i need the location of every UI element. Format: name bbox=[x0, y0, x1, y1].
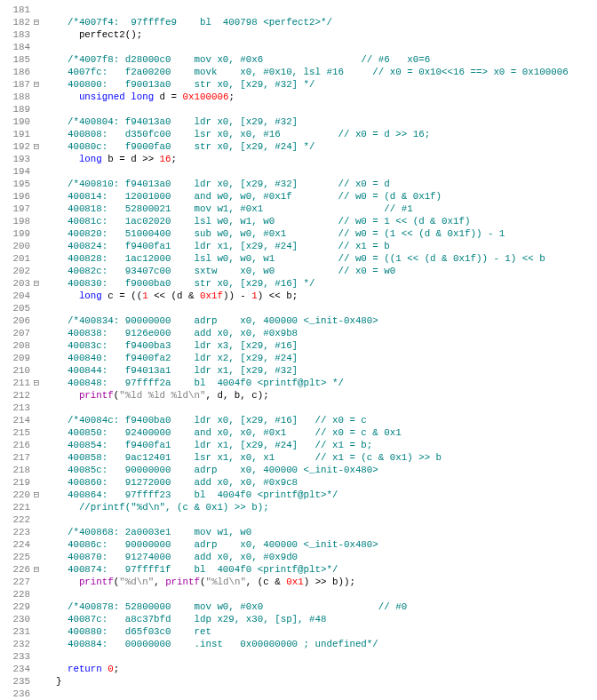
code-text: printf("%d\n", printf("%ld\n", (c & 0x1)… bbox=[43, 576, 597, 588]
line-number: 194 bbox=[0, 165, 30, 178]
line-number: 225 bbox=[0, 551, 30, 563]
code-text: /*4007f8: d28000c0 mov x0, #0x6 // #6 x0… bbox=[43, 53, 597, 66]
code-line[interactable]: 182⊟ /*4007f4: 97ffffe9 bl 400798 <perfe… bbox=[0, 16, 597, 28]
code-line[interactable]: 201 400828: 1ac12000 lsl w0, w0, w1 // w… bbox=[0, 252, 597, 265]
fold-icon bbox=[30, 538, 43, 551]
fold-icon bbox=[30, 601, 43, 613]
fold-icon bbox=[30, 426, 43, 439]
fold-icon bbox=[30, 513, 43, 526]
code-line[interactable]: 192⊟ 40080c: f9000fa0 str x0, [x29, #24]… bbox=[0, 140, 597, 153]
code-line[interactable]: 215 400850: 92400000 and x0, x0, #0x1 //… bbox=[0, 426, 597, 439]
code-line[interactable]: 183 perfect2(); bbox=[0, 28, 597, 41]
fold-icon bbox=[30, 675, 43, 688]
code-line[interactable]: 214 /*40084c: f9400ba0 ldr x0, [x29, #16… bbox=[0, 414, 597, 426]
line-number: 184 bbox=[0, 41, 30, 53]
fold-icon bbox=[30, 451, 43, 464]
code-text: 400800: f90013a0 str x0, [x29, #32] */ bbox=[43, 78, 597, 91]
code-line[interactable]: 234 return 0; bbox=[0, 663, 597, 675]
code-line[interactable]: 227 printf("%d\n", printf("%ld\n", (c & … bbox=[0, 576, 597, 588]
code-line[interactable]: 184 bbox=[0, 41, 597, 53]
line-number: 192 bbox=[0, 140, 30, 153]
fold-icon[interactable]: ⊟ bbox=[30, 277, 43, 290]
code-line[interactable]: 235 } bbox=[0, 675, 597, 688]
code-line[interactable]: 206 /*400834: 90000000 adrp x0, 400000 <… bbox=[0, 314, 597, 327]
code-text: 400864: 97ffff23 bl 4004f0 <printf@plt>*… bbox=[43, 489, 597, 501]
code-line[interactable]: 194 bbox=[0, 165, 597, 178]
code-line[interactable]: 208 40083c: f9400ba3 ldr x3, [x29, #16] bbox=[0, 339, 597, 352]
code-text: 400824: f9400fa1 ldr x1, [x29, #24] // x… bbox=[43, 240, 597, 252]
code-line[interactable]: 230 40087c: a8c37bfd ldp x29, x30, [sp],… bbox=[0, 613, 597, 625]
line-number: 207 bbox=[0, 327, 30, 339]
fold-icon[interactable]: ⊟ bbox=[30, 16, 43, 28]
code-line[interactable]: 228 bbox=[0, 588, 597, 601]
code-line[interactable]: 211⊟ 400848: 97ffff2a bl 4004f0 <printf@… bbox=[0, 377, 597, 389]
code-line[interactable]: 229 /*400878: 52800000 mov w0, #0x0 // #… bbox=[0, 601, 597, 613]
code-line[interactable]: 218 40085c: 90000000 adrp x0, 400000 <_i… bbox=[0, 464, 597, 476]
code-line[interactable]: 200 400824: f9400fa1 ldr x1, [x29, #24] … bbox=[0, 240, 597, 252]
code-line[interactable]: 223 /*400868: 2a0003e1 mov w1, w0 bbox=[0, 526, 597, 538]
fold-icon[interactable]: ⊟ bbox=[30, 78, 43, 91]
fold-icon bbox=[30, 28, 43, 41]
code-line[interactable]: 217 400858: 9ac12401 lsr x1, x0, x1 // x… bbox=[0, 451, 597, 464]
code-line[interactable]: 216 400854: f9400fa1 ldr x1, [x29, #24] … bbox=[0, 439, 597, 451]
code-line[interactable]: 210 400844: f94013a1 ldr x1, [x29, #32] bbox=[0, 364, 597, 377]
line-number: 215 bbox=[0, 426, 30, 439]
line-number: 232 bbox=[0, 638, 30, 650]
code-line[interactable]: 209 400840: f9400fa2 ldr x2, [x29, #24] bbox=[0, 352, 597, 364]
code-line[interactable]: 207 400838: 9126e000 add x0, x0, #0x9b8 bbox=[0, 327, 597, 339]
code-line[interactable]: 204 long c = ((1 << (d & 0x1f)) - 1) << … bbox=[0, 290, 597, 302]
line-number: 235 bbox=[0, 675, 30, 688]
line-number: 226 bbox=[0, 563, 30, 576]
code-line[interactable]: 196 400814: 12001000 and w0, w0, #0x1f /… bbox=[0, 190, 597, 203]
code-line[interactable]: 202 40082c: 93407c00 sxtw x0, w0 // x0 =… bbox=[0, 265, 597, 277]
code-text bbox=[43, 650, 597, 663]
fold-icon bbox=[30, 402, 43, 414]
fold-icon bbox=[30, 91, 43, 103]
code-line[interactable]: 186 4007fc: f2a00200 movk x0, #0x10, lsl… bbox=[0, 66, 597, 78]
code-line[interactable]: 236 bbox=[0, 688, 597, 700]
code-line[interactable]: 195 /*400810: f94013a0 ldr x0, [x29, #32… bbox=[0, 178, 597, 190]
code-line[interactable]: 226⊟ 400874: 97ffff1f bl 4004f0 <printf@… bbox=[0, 563, 597, 576]
line-number: 212 bbox=[0, 389, 30, 402]
line-number: 224 bbox=[0, 538, 30, 551]
code-line[interactable]: 220⊟ 400864: 97ffff23 bl 4004f0 <printf@… bbox=[0, 489, 597, 501]
fold-icon bbox=[30, 165, 43, 178]
code-editor[interactable]: 181182⊟ /*4007f4: 97ffffe9 bl 400798 <pe… bbox=[0, 4, 597, 700]
code-line[interactable]: 191 400808: d350fc00 lsr x0, x0, #16 // … bbox=[0, 128, 597, 140]
code-line[interactable]: 219 400860: 91272000 add x0, x0, #0x9c8 bbox=[0, 476, 597, 489]
code-text: 400884: 00000000 .inst 0x00000000 ; unde… bbox=[43, 638, 597, 650]
code-line[interactable]: 233 bbox=[0, 650, 597, 663]
code-line[interactable]: 203⊟ 400830: f9000ba0 str x0, [x29, #16]… bbox=[0, 277, 597, 290]
code-line[interactable]: 232 400884: 00000000 .inst 0x00000000 ; … bbox=[0, 638, 597, 650]
code-line[interactable]: 222 bbox=[0, 513, 597, 526]
code-line[interactable]: 213 bbox=[0, 402, 597, 414]
code-line[interactable]: 212 printf("%ld %ld %ld\n", d, b, c); bbox=[0, 389, 597, 402]
fold-icon[interactable]: ⊟ bbox=[30, 489, 43, 501]
code-text: 400820: 51000400 sub w0, w0, #0x1 // w0 … bbox=[43, 227, 597, 240]
code-text: /*400878: 52800000 mov w0, #0x0 // #0 bbox=[43, 601, 597, 613]
code-line[interactable]: 188 unsigned long d = 0x100006; bbox=[0, 91, 597, 103]
code-line[interactable]: 193 long b = d >> 16; bbox=[0, 153, 597, 165]
code-line[interactable]: 181 bbox=[0, 4, 597, 16]
code-line[interactable]: 221 //printf("%d\n", (c & 0x1) >> b); bbox=[0, 501, 597, 513]
code-line[interactable]: 187⊟ 400800: f90013a0 str x0, [x29, #32]… bbox=[0, 78, 597, 91]
code-line[interactable]: 198 40081c: 1ac02020 lsl w0, w1, w0 // w… bbox=[0, 215, 597, 227]
fold-icon bbox=[30, 352, 43, 364]
code-line[interactable]: 231 400880: d65f03c0 ret bbox=[0, 625, 597, 638]
code-line[interactable]: 225 400870: 91274000 add x0, x0, #0x9d0 bbox=[0, 551, 597, 563]
code-line[interactable]: 185 /*4007f8: d28000c0 mov x0, #0x6 // #… bbox=[0, 53, 597, 66]
fold-icon bbox=[30, 103, 43, 115]
code-line[interactable]: 190 /*400804: f94013a0 ldr x0, [x29, #32… bbox=[0, 115, 597, 128]
fold-icon[interactable]: ⊟ bbox=[30, 377, 43, 389]
code-text: 400808: d350fc00 lsr x0, x0, #16 // x0 =… bbox=[43, 128, 597, 140]
code-text bbox=[43, 513, 597, 526]
fold-icon bbox=[30, 178, 43, 190]
code-text: 4007fc: f2a00200 movk x0, #0x10, lsl #16… bbox=[43, 66, 597, 78]
code-line[interactable]: 197 400818: 52800021 mov w1, #0x1 // #1 bbox=[0, 203, 597, 215]
fold-icon[interactable]: ⊟ bbox=[30, 563, 43, 576]
code-line[interactable]: 189 bbox=[0, 103, 597, 115]
code-line[interactable]: 224 40086c: 90000000 adrp x0, 400000 <_i… bbox=[0, 538, 597, 551]
code-line[interactable]: 205 bbox=[0, 302, 597, 314]
code-line[interactable]: 199 400820: 51000400 sub w0, w0, #0x1 //… bbox=[0, 227, 597, 240]
fold-icon[interactable]: ⊟ bbox=[30, 140, 43, 153]
